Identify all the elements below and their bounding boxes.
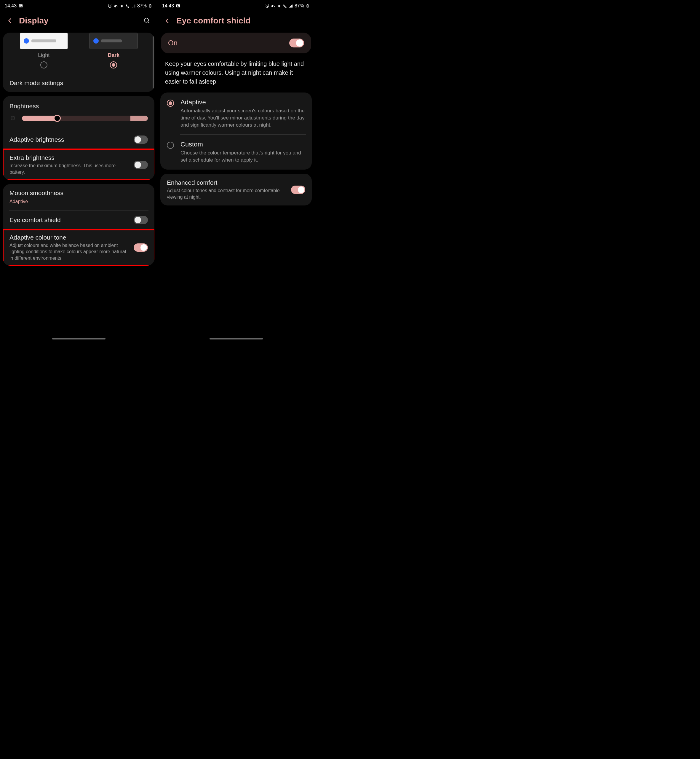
adaptive-desc: Automatically adjust your screen's colou… xyxy=(180,107,305,128)
motion-smoothness-row[interactable]: Motion smoothness Adaptive xyxy=(3,184,155,210)
nav-handle[interactable] xyxy=(52,338,106,340)
mute-icon xyxy=(114,3,118,8)
eye-comfort-row[interactable]: Eye comfort shield xyxy=(3,211,155,230)
svg-rect-25 xyxy=(289,7,290,8)
brightness-slider[interactable] xyxy=(22,116,148,121)
picture-icon xyxy=(19,3,23,8)
status-battery-pct: 87% xyxy=(295,3,304,9)
eye-comfort-description: Keep your eyes comfortable by limiting b… xyxy=(157,56,315,92)
svg-point-10 xyxy=(144,18,148,22)
theme-card: Light Dark Dark mode settings xyxy=(3,33,155,92)
nav-handle[interactable] xyxy=(209,338,263,340)
on-toggle-card[interactable]: On xyxy=(161,33,311,53)
back-button[interactable] xyxy=(164,17,171,24)
display-options-card: Motion smoothness Adaptive Eye comfort s… xyxy=(3,184,155,265)
svg-rect-27 xyxy=(291,5,292,8)
enhanced-desc: Adjust colour tones and contrast for mor… xyxy=(167,187,286,200)
adaptive-colour-label: Adaptive colour tone xyxy=(9,234,129,241)
on-label: On xyxy=(168,39,178,47)
svg-line-20 xyxy=(15,116,16,116)
header: Display xyxy=(0,12,157,33)
status-bar: 14:43 87% xyxy=(0,0,157,12)
svg-line-24 xyxy=(274,5,275,7)
adaptive-brightness-label: Adaptive brightness xyxy=(9,136,64,143)
header: Eye comfort shield xyxy=(157,12,315,33)
theme-option-light[interactable]: Light xyxy=(20,33,68,69)
light-radio[interactable] xyxy=(40,61,47,69)
custom-desc: Choose the colour temperature that's rig… xyxy=(180,149,305,164)
svg-line-11 xyxy=(148,22,149,23)
extra-brightness-label: Extra brightness xyxy=(9,154,129,161)
svg-rect-30 xyxy=(307,5,308,5)
eye-comfort-screen: 14:43 87% Eye comfort shield On Keep you… xyxy=(157,0,315,341)
custom-title: Custom xyxy=(180,141,305,148)
svg-line-3 xyxy=(116,5,118,7)
adaptive-colour-toggle[interactable] xyxy=(134,243,148,252)
adaptive-colour-row[interactable]: Adaptive colour tone Adjust colours and … xyxy=(3,230,155,266)
wifi-icon xyxy=(119,3,124,8)
mode-card: Adaptive Automatically adjust your scree… xyxy=(160,92,312,170)
enhanced-label: Enhanced comfort xyxy=(167,179,286,186)
svg-rect-4 xyxy=(132,7,133,8)
svg-rect-5 xyxy=(133,6,133,8)
brightness-card: Brightness Adaptive brightness Extra bri… xyxy=(3,96,155,180)
battery-charging-icon xyxy=(305,3,310,8)
eye-comfort-label: Eye comfort shield xyxy=(9,216,61,224)
svg-line-17 xyxy=(11,116,12,116)
svg-line-19 xyxy=(11,120,12,121)
status-time: 14:43 xyxy=(162,3,174,9)
svg-point-12 xyxy=(12,117,14,119)
search-button[interactable] xyxy=(143,17,151,25)
enhanced-comfort-card: Enhanced comfort Adjust colour tones and… xyxy=(160,174,312,205)
svg-point-22 xyxy=(177,5,178,6)
adaptive-brightness-row[interactable]: Adaptive brightness xyxy=(3,130,155,149)
display-settings-screen: 14:43 87% Display xyxy=(0,0,157,341)
dark-preview xyxy=(89,33,138,49)
theme-option-dark[interactable]: Dark xyxy=(89,33,138,69)
wifi-icon xyxy=(277,3,281,8)
adaptive-mode-row[interactable]: Adaptive Automatically adjust your scree… xyxy=(160,92,312,134)
extra-brightness-toggle[interactable] xyxy=(134,161,148,169)
vowifi-icon xyxy=(125,3,130,8)
adaptive-brightness-toggle[interactable] xyxy=(134,136,148,144)
svg-rect-26 xyxy=(290,6,291,8)
dark-label: Dark xyxy=(108,52,119,58)
signal-icon xyxy=(131,3,136,8)
picture-icon xyxy=(176,3,180,8)
adaptive-radio[interactable] xyxy=(167,100,174,107)
alarm-icon xyxy=(265,3,270,8)
enhanced-comfort-toggle[interactable] xyxy=(291,186,305,194)
alarm-icon xyxy=(108,3,112,8)
brightness-title: Brightness xyxy=(3,96,155,113)
custom-radio[interactable] xyxy=(167,142,174,149)
scrollbar[interactable] xyxy=(153,36,154,92)
vowifi-icon xyxy=(283,3,288,8)
svg-rect-9 xyxy=(150,5,151,5)
dark-mode-settings-row[interactable]: Dark mode settings xyxy=(3,74,155,92)
battery-charging-icon xyxy=(148,3,153,8)
svg-rect-28 xyxy=(292,5,293,8)
svg-line-18 xyxy=(15,120,16,121)
eye-comfort-master-toggle[interactable] xyxy=(289,39,304,47)
light-label: Light xyxy=(38,52,50,58)
page-title: Display xyxy=(19,16,138,25)
status-time: 14:43 xyxy=(5,3,17,9)
signal-icon xyxy=(289,3,294,8)
page-title: Eye comfort shield xyxy=(177,16,308,25)
enhanced-comfort-row[interactable]: Enhanced comfort Adjust colour tones and… xyxy=(160,174,312,205)
motion-value: Adaptive xyxy=(9,198,28,205)
extra-brightness-row[interactable]: Extra brightness Increase the maximum br… xyxy=(3,149,155,180)
custom-mode-row[interactable]: Custom Choose the colour temperature tha… xyxy=(160,135,312,170)
svg-rect-7 xyxy=(135,5,136,8)
dark-radio[interactable] xyxy=(110,61,117,69)
extra-brightness-desc: Increase the maximum brightness. This us… xyxy=(9,163,129,175)
back-button[interactable] xyxy=(6,17,14,24)
svg-point-1 xyxy=(20,5,20,6)
light-preview xyxy=(20,33,68,49)
adaptive-colour-desc: Adjust colours and white balance based o… xyxy=(9,242,129,261)
status-bar: 14:43 87% xyxy=(157,0,315,12)
eye-comfort-toggle[interactable] xyxy=(134,216,148,224)
mute-icon xyxy=(271,3,276,8)
dark-mode-settings-label: Dark mode settings xyxy=(9,80,63,86)
adaptive-title: Adaptive xyxy=(180,99,305,106)
